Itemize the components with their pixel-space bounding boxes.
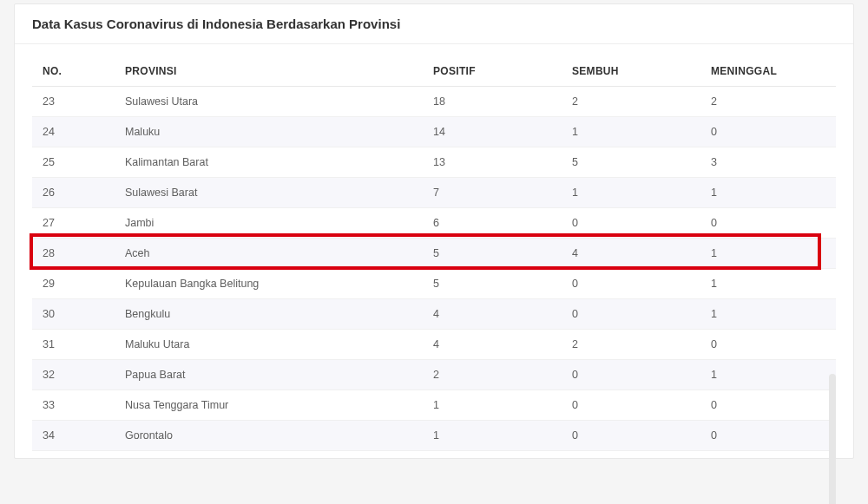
cell-positif: 1 (423, 390, 562, 421)
col-header-no: NO. (32, 56, 115, 87)
cell-sembuh: 2 (562, 330, 700, 360)
cell-no: 23 (32, 87, 115, 117)
table-row: 33Nusa Tenggara Timur100 (32, 390, 836, 421)
cell-provinsi: Nusa Tenggara Timur (115, 390, 423, 421)
cell-sembuh: 1 (562, 117, 700, 147)
cell-provinsi: Aceh (115, 239, 423, 269)
col-header-meninggal: MENINGGAL (700, 56, 836, 87)
table-header-row: NO. PROVINSI POSITIF SEMBUH MENINGGAL (32, 56, 836, 87)
table-row: 31Maluku Utara420 (32, 330, 836, 360)
cell-sembuh: 5 (562, 147, 700, 178)
cell-no: 32 (32, 360, 115, 390)
cell-meninggal: 0 (700, 421, 836, 451)
table-row: 25Kalimantan Barat1353 (32, 147, 836, 178)
cell-provinsi: Maluku (115, 117, 423, 147)
cell-provinsi: Bengkulu (115, 299, 423, 330)
cell-positif: 1 (423, 421, 562, 451)
cell-positif: 13 (423, 147, 562, 178)
cell-provinsi: Gorontalo (115, 421, 423, 451)
cell-sembuh: 0 (562, 421, 700, 451)
cell-meninggal: 0 (700, 208, 836, 239)
cell-meninggal: 1 (700, 178, 836, 208)
table-row: 24Maluku1410 (32, 117, 836, 147)
cell-meninggal: 3 (700, 147, 836, 178)
cell-positif: 4 (423, 330, 562, 360)
cell-provinsi: Kalimantan Barat (115, 147, 423, 178)
cell-positif: 6 (423, 208, 562, 239)
cell-no: 31 (32, 330, 115, 360)
cell-meninggal: 2 (700, 87, 836, 117)
cell-provinsi: Jambi (115, 208, 423, 239)
table-row: 29Kepulauan Bangka Belitung501 (32, 269, 836, 299)
col-header-provinsi: PROVINSI (115, 56, 423, 87)
cell-no: 28 (32, 239, 115, 269)
cell-no: 34 (32, 421, 115, 451)
cell-provinsi: Sulawesi Utara (115, 87, 423, 117)
cell-no: 25 (32, 147, 115, 178)
card-body: NO. PROVINSI POSITIF SEMBUH MENINGGAL 23… (15, 44, 853, 458)
cell-no: 24 (32, 117, 115, 147)
cell-meninggal: 0 (700, 117, 836, 147)
cell-meninggal: 1 (700, 239, 836, 269)
card-title: Data Kasus Coronavirus di Indonesia Berd… (32, 16, 836, 31)
cell-no: 27 (32, 208, 115, 239)
col-header-sembuh: SEMBUH (562, 56, 700, 87)
cell-sembuh: 0 (562, 269, 700, 299)
cell-positif: 18 (423, 87, 562, 117)
cell-sembuh: 0 (562, 208, 700, 239)
table-row: 32Papua Barat201 (32, 360, 836, 390)
cell-meninggal: 0 (700, 390, 836, 421)
scrollbar-track[interactable] (829, 374, 836, 504)
table-row: 34Gorontalo100 (32, 421, 836, 451)
cell-sembuh: 0 (562, 360, 700, 390)
table-row: 23Sulawesi Utara1822 (32, 87, 836, 117)
cell-sembuh: 1 (562, 178, 700, 208)
table-row: 28Aceh541 (32, 239, 836, 269)
cell-positif: 14 (423, 117, 562, 147)
cell-sembuh: 4 (562, 239, 700, 269)
cell-sembuh: 0 (562, 390, 700, 421)
cell-meninggal: 1 (700, 360, 836, 390)
cell-sembuh: 2 (562, 87, 700, 117)
cell-no: 29 (32, 269, 115, 299)
data-card: Data Kasus Coronavirus di Indonesia Berd… (14, 3, 854, 459)
cell-positif: 4 (423, 299, 562, 330)
cell-no: 30 (32, 299, 115, 330)
table-body: 23Sulawesi Utara182224Maluku141025Kalima… (32, 87, 836, 451)
cell-no: 33 (32, 390, 115, 421)
cell-positif: 5 (423, 269, 562, 299)
cell-provinsi: Sulawesi Barat (115, 178, 423, 208)
cell-provinsi: Kepulauan Bangka Belitung (115, 269, 423, 299)
cell-provinsi: Papua Barat (115, 360, 423, 390)
col-header-positif: POSITIF (423, 56, 562, 87)
cell-meninggal: 0 (700, 330, 836, 360)
cell-no: 26 (32, 178, 115, 208)
card-header: Data Kasus Coronavirus di Indonesia Berd… (15, 4, 853, 44)
table-row: 27Jambi600 (32, 208, 836, 239)
cell-meninggal: 1 (700, 269, 836, 299)
cell-meninggal: 1 (700, 299, 836, 330)
table-row: 30Bengkulu401 (32, 299, 836, 330)
cell-positif: 5 (423, 239, 562, 269)
cell-positif: 2 (423, 360, 562, 390)
province-table: NO. PROVINSI POSITIF SEMBUH MENINGGAL 23… (32, 56, 836, 451)
cell-positif: 7 (423, 178, 562, 208)
table-row: 26Sulawesi Barat711 (32, 178, 836, 208)
cell-provinsi: Maluku Utara (115, 330, 423, 360)
cell-sembuh: 0 (562, 299, 700, 330)
